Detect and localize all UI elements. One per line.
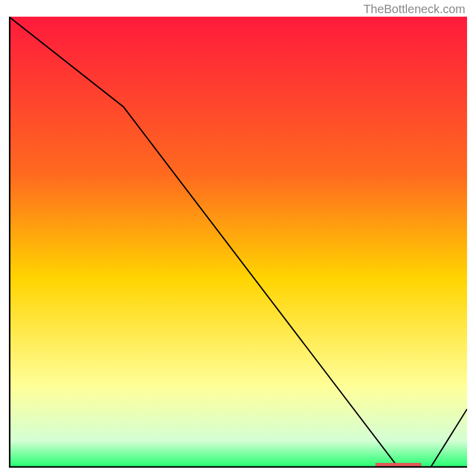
chart-container: TheBottleneck.com	[0, 0, 476, 476]
chart-background	[9, 17, 467, 468]
min-marker	[375, 463, 421, 466]
chart-svg	[9, 17, 467, 468]
watermark-text: TheBottleneck.com	[364, 2, 465, 16]
plot-area	[9, 17, 467, 468]
